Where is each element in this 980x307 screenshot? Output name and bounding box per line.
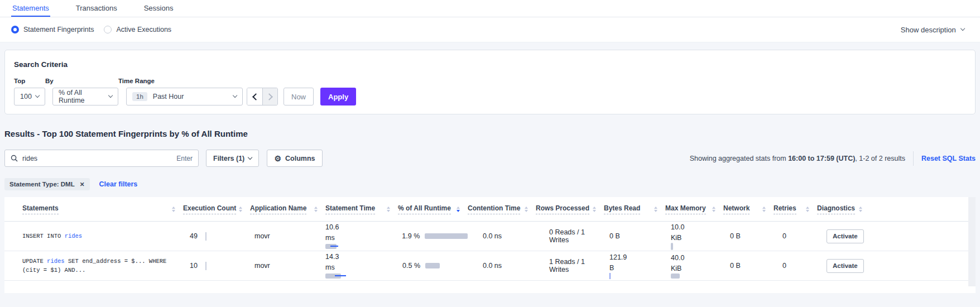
by-select[interactable]: % of All Runtime: [52, 88, 118, 105]
show-description-label: Show description: [901, 26, 956, 34]
time-range-field: Time Range 1h Past Hour: [118, 78, 243, 105]
search-criteria-title: Search Criteria: [14, 60, 966, 69]
filters-button[interactable]: Filters (1): [206, 150, 259, 167]
tab-transactions[interactable]: Transactions: [75, 0, 118, 17]
top-value: 100: [20, 93, 32, 100]
chip-label: Statement Type: DML: [9, 181, 75, 188]
runtime-bar: [425, 233, 468, 239]
sort-icon: [172, 207, 175, 212]
table-row: UPDATE rides SET end_address = $... WHER…: [4, 251, 976, 281]
time-range-arrows: [247, 88, 278, 105]
runtime-pct-cell: 0.5 %: [398, 262, 468, 270]
bytes-bar: [609, 273, 611, 279]
search-icon: [11, 155, 18, 162]
sort-icon-active: [457, 207, 460, 212]
activate-diagnostics-button[interactable]: Activate: [827, 229, 864, 243]
column-header-network[interactable]: Network: [723, 204, 774, 214]
search-criteria-controls: Top 100 By % of All Runtime Time Range 1…: [14, 78, 966, 105]
column-header-bytes-read[interactable]: Bytes Read: [604, 204, 665, 214]
column-header-retries[interactable]: Retries: [774, 204, 817, 214]
radio-unselected-icon: [104, 26, 112, 33]
filters-label: Filters (1): [213, 155, 244, 162]
column-header-rows-processed[interactable]: Rows Processed: [536, 204, 604, 214]
statement-link[interactable]: UPDATE rides SET end_address = $... WHER…: [22, 257, 183, 275]
sort-icon: [762, 207, 766, 212]
tab-statements-label: Statements: [12, 4, 49, 12]
rows-processed-cell: 0 Reads / 1 Writes: [536, 228, 604, 244]
bytes-read-cell: 121.9 B: [604, 252, 665, 279]
network-cell: 0 B: [723, 262, 774, 270]
table-header-row: Statements Execution Count Application N…: [4, 197, 976, 222]
columns-label: Columns: [285, 155, 315, 162]
chevron-down-icon: [960, 26, 965, 31]
time-range-badge: 1h: [132, 92, 147, 101]
sort-icon: [525, 207, 528, 212]
diagnostics-cell: Activate: [817, 259, 870, 273]
count-bar: [205, 232, 206, 241]
execution-count-cell: 49: [183, 232, 250, 241]
search-input[interactable]: [22, 155, 172, 162]
top-field: Top 100: [14, 78, 45, 105]
vertical-scrollbar[interactable]: [968, 197, 976, 286]
sort-icon: [859, 207, 862, 212]
main-content: Search Criteria Top 100 By % of All Runt…: [0, 42, 980, 293]
sort-icon: [654, 207, 657, 212]
table-name: rides: [47, 258, 65, 265]
top-select[interactable]: 100: [14, 88, 45, 105]
stats-summary: Showing aggregated stats from 16:00 to 1…: [690, 155, 905, 162]
column-header-contention-time[interactable]: Contention Time: [468, 204, 536, 214]
page-tabs: Statements Transactions Sessions: [0, 0, 980, 17]
by-label: By: [45, 78, 118, 84]
sort-icon: [593, 207, 596, 212]
bytes-read-cell: 0 B: [604, 231, 665, 241]
enter-hint: Enter: [176, 155, 193, 162]
statement-link[interactable]: INSERT INTO rides: [22, 232, 90, 241]
radio-statement-fingerprints-label: Statement Fingerprints: [23, 26, 94, 33]
sort-icon: [239, 207, 242, 212]
retries-cell: 0: [774, 232, 817, 240]
contention-time-cell: 0.0 ns: [468, 232, 536, 240]
memory-bar: [671, 274, 680, 279]
column-header-application-name[interactable]: Application Name: [250, 204, 325, 214]
execution-count-cell: 10: [183, 262, 250, 270]
show-description-toggle[interactable]: Show description: [901, 26, 964, 34]
next-range-button[interactable]: [262, 88, 277, 105]
retries-cell: 0: [774, 262, 817, 270]
tab-statements[interactable]: Statements: [11, 0, 50, 17]
count-bar: [205, 262, 206, 270]
stats-suffix: , 1-2 of 2 results: [855, 155, 905, 162]
search-box[interactable]: Enter: [4, 150, 199, 167]
stats-prefix: Showing aggregated stats from: [690, 155, 789, 162]
radio-statement-fingerprints[interactable]: Statement Fingerprints: [11, 26, 94, 33]
rows-processed-cell: 1 Reads / 1 Writes: [536, 258, 604, 274]
clear-filters-link[interactable]: Clear filters: [99, 180, 138, 188]
sort-icon: [806, 207, 809, 212]
activate-diagnostics-button[interactable]: Activate: [827, 259, 864, 273]
application-name-cell: movr: [250, 262, 325, 270]
column-header-statement-time[interactable]: Statement Time: [325, 204, 398, 214]
statement-time-cell: 14.3 ms: [325, 252, 398, 279]
column-header-diagnostics[interactable]: Diagnostics: [817, 204, 870, 214]
time-stdev-line: [335, 275, 346, 277]
statement-cell: INSERT INTO rides: [4, 232, 183, 241]
results-heading: Results - Top 100 Statement Fingerprints…: [4, 129, 976, 138]
column-header-execution-count[interactable]: Execution Count: [183, 204, 250, 214]
column-header-statements[interactable]: Statements: [4, 204, 183, 214]
columns-button[interactable]: ⚙ Columns: [267, 150, 322, 167]
close-icon[interactable]: ✕: [80, 181, 85, 188]
column-header-runtime-pct[interactable]: % of All Runtime: [398, 204, 468, 214]
chevron-down-icon: [35, 93, 40, 98]
reset-sql-stats-link[interactable]: Reset SQL Stats: [921, 155, 976, 162]
tab-sessions[interactable]: Sessions: [143, 0, 175, 17]
runtime-pct-cell: 1.9 %: [398, 232, 468, 240]
time-range-select[interactable]: 1h Past Hour: [126, 88, 243, 105]
now-button[interactable]: Now: [284, 88, 314, 105]
statement-type-chip[interactable]: Statement Type: DML ✕: [4, 178, 90, 190]
apply-button[interactable]: Apply: [320, 88, 356, 105]
previous-range-button[interactable]: [247, 88, 262, 105]
chevron-right-icon: [266, 93, 273, 100]
runtime-bar: [425, 263, 440, 268]
chevron-down-icon: [248, 155, 253, 160]
radio-active-executions[interactable]: Active Executions: [104, 26, 171, 33]
column-header-max-memory[interactable]: Max Memory: [665, 204, 723, 214]
